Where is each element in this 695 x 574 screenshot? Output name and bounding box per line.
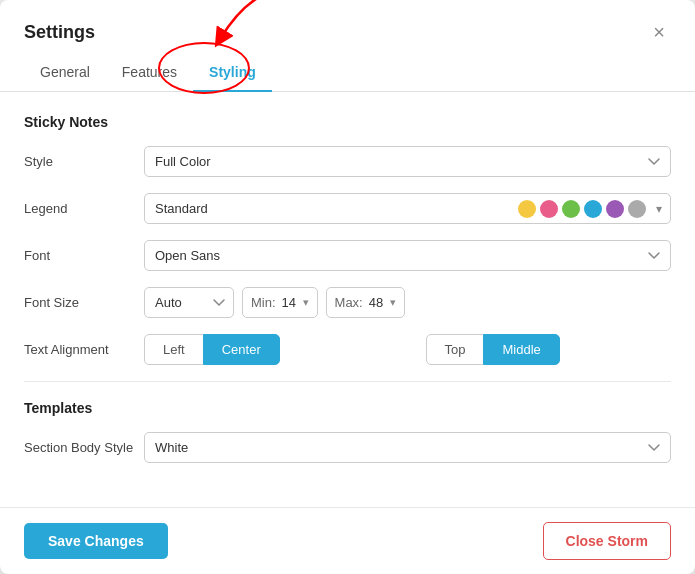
align-top-button[interactable]: Top — [426, 334, 485, 365]
style-label: Style — [24, 154, 144, 169]
tab-features[interactable]: Features — [106, 54, 193, 92]
font-size-row: Font Size Auto Fixed Min: 14 12 13 16 ▾ — [24, 287, 671, 318]
legend-wrapper: Standard Custom ▾ — [144, 193, 671, 224]
align-center-button[interactable]: Center — [203, 334, 280, 365]
dialog-body: Sticky Notes Style Full Color Outline Mi… — [0, 92, 695, 507]
templates-section-title: Templates — [24, 400, 671, 416]
font-select[interactable]: Open Sans Arial Helvetica Times New Roma… — [144, 240, 671, 271]
font-control: Open Sans Arial Helvetica Times New Roma… — [144, 240, 671, 271]
tabs-wrapper: General Features Styling — [0, 44, 695, 92]
font-size-min-select[interactable]: 14 12 13 16 — [280, 288, 299, 317]
text-alignment-control: Left Center Top Middle — [144, 334, 671, 365]
sticky-notes-section-title: Sticky Notes — [24, 114, 671, 130]
font-row: Font Open Sans Arial Helvetica Times New… — [24, 240, 671, 271]
font-size-auto-select[interactable]: Auto Fixed — [144, 287, 234, 318]
dot-pink — [540, 200, 558, 218]
font-size-control: Auto Fixed Min: 14 12 13 16 ▾ Max: — [144, 287, 671, 318]
dot-green — [562, 200, 580, 218]
legend-caret: ▾ — [652, 202, 670, 216]
dialog-header: Settings × — [0, 0, 695, 44]
text-alignment-row: Text Alignment Left Center Top Middle — [24, 334, 671, 365]
close-storm-button[interactable]: Close Storm — [543, 522, 671, 560]
text-alignment-label: Text Alignment — [24, 342, 144, 357]
settings-dialog: Settings × General Features Styling Stic… — [0, 0, 695, 574]
legend-row: Legend Standard Custom ▾ — [24, 193, 671, 224]
max-caret: ▾ — [390, 296, 396, 309]
min-label: Min: — [251, 295, 276, 310]
legend-color-dots — [512, 200, 652, 218]
font-size-max-wrapper: Max: 48 36 42 56 ▾ — [326, 287, 405, 318]
font-size-min-wrapper: Min: 14 12 13 16 ▾ — [242, 287, 318, 318]
max-label: Max: — [335, 295, 363, 310]
style-row: Style Full Color Outline Minimal — [24, 146, 671, 177]
close-button[interactable]: × — [647, 20, 671, 44]
tab-general[interactable]: General — [24, 54, 106, 92]
dot-yellow — [518, 200, 536, 218]
section-body-style-row: Section Body Style White Light Gray Tran… — [24, 432, 671, 463]
horizontal-alignment-group: Left Center — [144, 334, 390, 365]
font-size-max-select[interactable]: 48 36 42 56 — [367, 288, 386, 317]
legend-select[interactable]: Standard Custom — [145, 194, 512, 223]
section-divider — [24, 381, 671, 382]
min-caret: ▾ — [303, 296, 309, 309]
align-left-button[interactable]: Left — [144, 334, 204, 365]
section-body-style-select[interactable]: White Light Gray Transparent — [144, 432, 671, 463]
section-body-style-control: White Light Gray Transparent — [144, 432, 671, 463]
dialog-title: Settings — [24, 22, 95, 43]
font-size-label: Font Size — [24, 295, 144, 310]
style-select[interactable]: Full Color Outline Minimal — [144, 146, 671, 177]
align-middle-button[interactable]: Middle — [483, 334, 559, 365]
style-control: Full Color Outline Minimal — [144, 146, 671, 177]
legend-control: Standard Custom ▾ — [144, 193, 671, 224]
tab-styling[interactable]: Styling — [193, 54, 272, 92]
dot-purple — [606, 200, 624, 218]
legend-label: Legend — [24, 201, 144, 216]
dialog-footer: Save Changes Close Storm — [0, 507, 695, 574]
dot-gray — [628, 200, 646, 218]
font-label: Font — [24, 248, 144, 263]
tabs-bar: General Features Styling — [0, 54, 695, 92]
section-body-style-label: Section Body Style — [24, 440, 144, 455]
dot-blue — [584, 200, 602, 218]
vertical-alignment-group: Top Middle — [426, 334, 672, 365]
save-changes-button[interactable]: Save Changes — [24, 523, 168, 559]
